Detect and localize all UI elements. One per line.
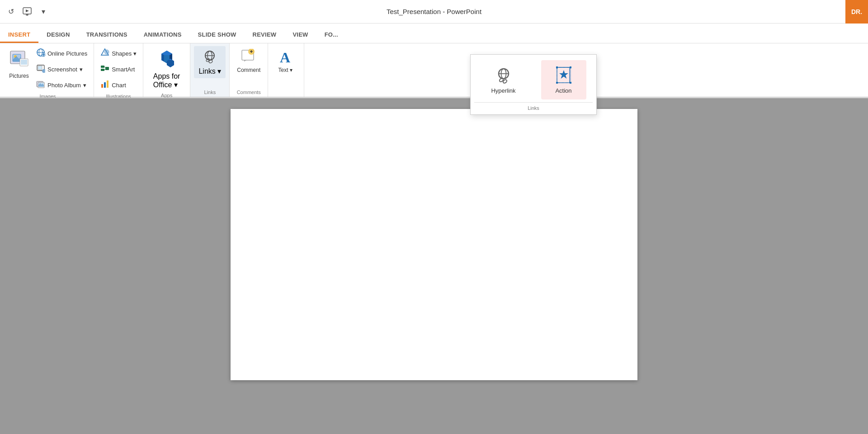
text-label: Text ▾ bbox=[278, 67, 292, 73]
images-group-items: Pictures Online Pictures Screenshot ▾ bbox=[5, 46, 90, 93]
online-pictures-label: Online Pictures bbox=[47, 50, 87, 57]
svg-rect-60 bbox=[556, 66, 558, 68]
images-small-col: Online Pictures Screenshot ▾ Photo Album… bbox=[33, 46, 90, 93]
tab-review[interactable]: REVIEW bbox=[245, 28, 285, 43]
group-images: Pictures Online Pictures Screenshot ▾ bbox=[2, 43, 94, 97]
svg-rect-34 bbox=[107, 80, 108, 88]
photo-album-icon bbox=[36, 80, 45, 91]
svg-point-26 bbox=[104, 50, 109, 54]
photo-album-dropdown-arrow[interactable]: ▾ bbox=[83, 82, 86, 89]
svg-line-31 bbox=[104, 69, 105, 70]
smartart-icon bbox=[100, 64, 109, 75]
svg-marker-36 bbox=[161, 51, 172, 55]
text-button[interactable]: A Text ▾ bbox=[272, 46, 299, 76]
illustrations-group-label: Illustrations bbox=[98, 93, 139, 98]
apps-for-office-button[interactable]: Apps forOffice ▾ bbox=[147, 46, 187, 92]
user-initials[interactable]: DR. bbox=[845, 0, 868, 24]
svg-marker-37 bbox=[161, 54, 164, 61]
photo-album-button[interactable]: Photo Album ▾ bbox=[33, 78, 90, 93]
comment-label: Comment bbox=[237, 67, 260, 73]
svg-rect-17 bbox=[38, 66, 42, 70]
pictures-label: Pictures bbox=[9, 73, 28, 79]
ribbon-tabs: INSERT DESIGN TRANSITIONS ANIMATIONS SLI… bbox=[0, 24, 868, 43]
group-illustrations: Shapes ▾ SmartArt Chart Illustrations bbox=[94, 43, 143, 97]
hyperlink-icon bbox=[494, 66, 513, 85]
links-label: Links ▾ bbox=[198, 67, 221, 75]
shapes-icon bbox=[100, 48, 109, 59]
group-links: Links ▾ Links bbox=[190, 43, 230, 97]
chart-label: Chart bbox=[112, 82, 126, 89]
pictures-button[interactable]: Pictures bbox=[5, 46, 33, 82]
apps-for-office-icon bbox=[156, 49, 178, 71]
links-group-items: Links ▾ bbox=[194, 46, 226, 89]
svg-rect-29 bbox=[105, 67, 109, 70]
svg-line-30 bbox=[104, 67, 105, 68]
tab-design[interactable]: DESIGN bbox=[38, 28, 78, 43]
comments-group-items: Comment bbox=[233, 46, 264, 89]
apps-group-label: Apps bbox=[147, 92, 187, 98]
text-icon: A bbox=[277, 49, 293, 65]
chart-icon bbox=[100, 80, 109, 91]
action-icon bbox=[554, 66, 573, 85]
svg-rect-62 bbox=[556, 82, 558, 84]
tab-view[interactable]: VIEW bbox=[284, 28, 316, 43]
links-group-label: Links bbox=[194, 89, 226, 97]
screenshot-button[interactable]: Screenshot ▾ bbox=[33, 62, 90, 77]
shapes-button[interactable]: Shapes ▾ bbox=[98, 46, 139, 61]
apps-group-items: Apps forOffice ▾ bbox=[147, 46, 187, 92]
photo-album-label: Photo Album bbox=[47, 82, 81, 89]
svg-marker-1 bbox=[26, 9, 29, 12]
tab-slideshow[interactable]: SLIDE SHOW bbox=[190, 28, 245, 43]
chart-button[interactable]: Chart bbox=[98, 78, 139, 93]
hyperlink-button[interactable]: Hyperlink bbox=[481, 60, 526, 98]
apps-for-office-label: Apps forOffice ▾ bbox=[153, 72, 180, 89]
action-button[interactable]: Action bbox=[541, 60, 586, 98]
tab-insert[interactable]: INSERT bbox=[0, 28, 38, 43]
screenshot-icon bbox=[36, 64, 45, 75]
svg-marker-59 bbox=[559, 70, 568, 79]
group-text: A Text ▾ bbox=[268, 43, 304, 97]
svg-rect-28 bbox=[101, 69, 104, 71]
svg-rect-61 bbox=[570, 66, 571, 68]
hyperlink-label: Hyperlink bbox=[491, 87, 515, 94]
tab-animations[interactable]: ANIMATIONS bbox=[136, 28, 190, 43]
links-button[interactable]: Links ▾ bbox=[194, 46, 226, 78]
comment-icon bbox=[241, 49, 257, 65]
illustrations-group-items: Shapes ▾ SmartArt Chart bbox=[98, 46, 139, 93]
svg-rect-63 bbox=[570, 82, 571, 84]
user-area: DR. bbox=[845, 0, 868, 24]
text-group-items: A Text ▾ bbox=[272, 46, 300, 94]
customize-quick-access-button[interactable]: ▾ bbox=[37, 5, 50, 18]
group-comments: Comment Comments bbox=[230, 43, 268, 97]
screenshot-label: Screenshot bbox=[47, 66, 77, 73]
pictures-icon bbox=[9, 49, 29, 71]
present-button[interactable] bbox=[21, 5, 33, 18]
comments-group-label: Comments bbox=[233, 89, 264, 97]
svg-rect-32 bbox=[101, 84, 103, 88]
title-bar: ↺ ▾ Test_Presentation - PowerPoint DR. bbox=[0, 0, 868, 24]
smartart-button[interactable]: SmartArt bbox=[98, 62, 139, 77]
links-dropdown-popup: Hyperlink Action Links bbox=[470, 54, 597, 98]
svg-marker-51 bbox=[244, 60, 247, 61]
tab-format[interactable]: FO... bbox=[316, 28, 346, 43]
screenshot-dropdown-arrow[interactable]: ▾ bbox=[80, 66, 83, 73]
svg-text:A: A bbox=[280, 49, 290, 65]
online-pictures-icon bbox=[36, 48, 45, 59]
group-apps: Apps forOffice ▾ Apps bbox=[143, 43, 191, 97]
quick-access-toolbar: ↺ ▾ bbox=[5, 5, 50, 18]
undo-button[interactable]: ↺ bbox=[5, 5, 17, 18]
illustrations-small-col: Shapes ▾ SmartArt Chart bbox=[98, 46, 139, 93]
svg-rect-27 bbox=[101, 66, 104, 68]
online-pictures-button[interactable]: Online Pictures bbox=[33, 46, 90, 61]
links-dropdown-items: Hyperlink Action bbox=[474, 60, 593, 98]
comment-button[interactable]: Comment bbox=[233, 46, 264, 76]
tab-transitions[interactable]: TRANSITIONS bbox=[78, 28, 136, 43]
svg-rect-9 bbox=[21, 60, 27, 65]
images-group-label: Images bbox=[5, 93, 90, 98]
text-group-label bbox=[272, 94, 300, 97]
links-icon bbox=[202, 49, 218, 65]
shapes-label: Shapes ▾ bbox=[112, 50, 137, 57]
smartart-label: SmartArt bbox=[112, 66, 135, 73]
action-label: Action bbox=[555, 87, 571, 94]
svg-rect-33 bbox=[104, 82, 106, 88]
